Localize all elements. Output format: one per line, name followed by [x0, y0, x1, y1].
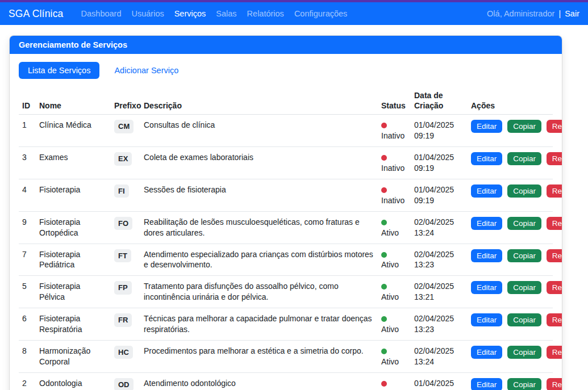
cell-data-criacao: 02/04/2025 13:24	[411, 340, 468, 372]
remove-button[interactable]: Remover	[547, 120, 562, 133]
cell-nome: Fisioterapia Pediátrica	[36, 244, 111, 276]
status-dot-icon	[381, 187, 387, 193]
creation-time: 13:21	[414, 292, 464, 303]
cell-descricao: Procedimentos para melhorar a estética e…	[140, 340, 378, 372]
cell-acoes: Editar Copiar Remover	[468, 340, 553, 372]
remove-button[interactable]: Remover	[547, 346, 562, 359]
creation-time: 09:19	[414, 131, 464, 141]
remove-button[interactable]: Remover	[547, 152, 562, 165]
edit-button[interactable]: Editar	[471, 281, 502, 294]
header-status: Status	[378, 87, 411, 115]
header-descricao: Descrição	[140, 87, 378, 115]
cell-acoes: Editar Copiar Remover	[468, 372, 553, 390]
cell-nome: Fisioterapia Respiratória	[36, 308, 111, 341]
status-label: Ativo	[381, 260, 399, 269]
table-row: 5 Fisioterapia Pélvica FP Tratamento par…	[19, 276, 553, 308]
remove-button[interactable]: Remover	[547, 281, 562, 294]
cell-nome: Odontologia	[36, 372, 111, 390]
cell-descricao: Tratamento para disfunções do assoalho p…	[140, 276, 378, 308]
edit-button[interactable]: Editar	[471, 120, 502, 133]
status-dot-icon	[381, 349, 387, 354]
cell-prefixo: EX	[111, 147, 140, 179]
copy-button[interactable]: Copiar	[507, 313, 541, 326]
status-cell: Ativo	[378, 340, 411, 372]
prefix-badge: FR	[114, 313, 132, 327]
cell-prefixo: FT	[111, 244, 140, 276]
edit-button[interactable]: Editar	[471, 249, 502, 262]
copy-button[interactable]: Copiar	[507, 152, 541, 165]
creation-date: 02/04/2025	[414, 217, 464, 228]
user-greeting: Olá, Administrador	[487, 9, 554, 18]
status-cell: Ativo	[378, 244, 411, 276]
cell-nome: Fisioterapia	[36, 179, 111, 211]
creation-time: 13:24	[414, 357, 464, 367]
cell-descricao: Atendimento odontológico	[140, 372, 378, 390]
tab-lista-de-servicos[interactable]: Lista de Serviços	[19, 62, 99, 79]
table-row: 2 Odontologia OD Atendimento odontológic…	[19, 372, 553, 390]
copy-button[interactable]: Copiar	[507, 281, 541, 294]
prefix-badge: HC	[114, 346, 133, 359]
header-id: ID	[19, 87, 36, 115]
cell-acoes: Editar Copiar Remover	[468, 115, 553, 147]
edit-button[interactable]: Editar	[471, 217, 502, 230]
creation-time: 13:23	[414, 324, 464, 335]
tab-adicionar-servico[interactable]: Adicionar Serviço	[109, 62, 184, 79]
nav-item-servicos[interactable]: Serviços	[169, 9, 211, 18]
nav-item-relatorios[interactable]: Relatórios	[242, 9, 289, 18]
nav-item-configuracoes[interactable]: Configurações	[289, 9, 353, 18]
prefix-badge: OD	[114, 378, 134, 390]
copy-button[interactable]: Copiar	[507, 249, 541, 262]
copy-button[interactable]: Copiar	[507, 378, 541, 390]
prefix-badge: FI	[114, 184, 129, 198]
remove-button[interactable]: Remover	[547, 313, 562, 326]
table-row: 3 Exames EX Coleta de exames laboratoria…	[19, 147, 553, 179]
brand-link[interactable]: SGA Clínica	[9, 8, 64, 20]
copy-button[interactable]: Copiar	[507, 120, 541, 133]
creation-date: 01/04/2025	[414, 184, 464, 195]
table-row: 4 Fisioterapia FI Sessões de fisioterapi…	[19, 179, 553, 211]
remove-button[interactable]: Remover	[547, 378, 562, 390]
copy-button[interactable]: Copiar	[507, 184, 541, 198]
edit-button[interactable]: Editar	[471, 184, 502, 198]
status-label: Ativo	[381, 228, 399, 237]
creation-date: 02/04/2025	[414, 313, 464, 324]
cell-data-criacao: 02/04/2025 13:21	[411, 276, 468, 308]
cell-id: 5	[19, 276, 36, 308]
user-area: Olá, Administrador | Sair	[487, 9, 579, 18]
status-dot-icon	[381, 252, 387, 258]
edit-button[interactable]: Editar	[471, 346, 502, 359]
copy-button[interactable]: Copiar	[507, 217, 541, 230]
status-label: Inativo	[381, 131, 407, 141]
header-data-criacao: Data de Criação	[411, 87, 468, 115]
cell-prefixo: HC	[111, 340, 140, 372]
greeting-separator: |	[558, 9, 561, 18]
status-dot-icon	[381, 155, 387, 161]
copy-button[interactable]: Copiar	[507, 346, 541, 359]
card-title: Gerenciamento de Serviços	[10, 36, 562, 54]
status-label: Ativo	[381, 292, 399, 301]
nav-item-usuarios[interactable]: Usuários	[126, 9, 169, 18]
status-dot-icon	[381, 123, 387, 128]
cell-id: 8	[19, 340, 36, 372]
creation-date: 01/04/2025	[414, 378, 464, 389]
nav-item-salas[interactable]: Salas	[211, 9, 241, 18]
edit-button[interactable]: Editar	[471, 313, 502, 326]
remove-button[interactable]: Remover	[547, 184, 562, 198]
creation-date: 02/04/2025	[414, 346, 464, 357]
status-dot-icon	[381, 220, 387, 225]
status-dot-icon	[381, 284, 387, 290]
cell-id: 7	[19, 244, 36, 276]
cell-data-criacao: 02/04/2025 13:23	[411, 244, 468, 276]
cell-prefixo: OD	[111, 372, 140, 390]
status-cell: Inativo	[378, 179, 411, 211]
creation-time: 09:19	[414, 195, 464, 206]
remove-button[interactable]: Remover	[547, 249, 562, 262]
nav-item-dashboard[interactable]: Dashboard	[76, 9, 127, 18]
edit-button[interactable]: Editar	[471, 378, 502, 390]
remove-button[interactable]: Remover	[547, 217, 562, 230]
logout-link[interactable]: Sair	[565, 9, 579, 18]
cell-id: 2	[19, 372, 36, 390]
creation-date: 01/04/2025	[414, 152, 464, 163]
table-row: 7 Fisioterapia Pediátrica FT Atendimento…	[19, 244, 553, 276]
edit-button[interactable]: Editar	[471, 152, 502, 165]
